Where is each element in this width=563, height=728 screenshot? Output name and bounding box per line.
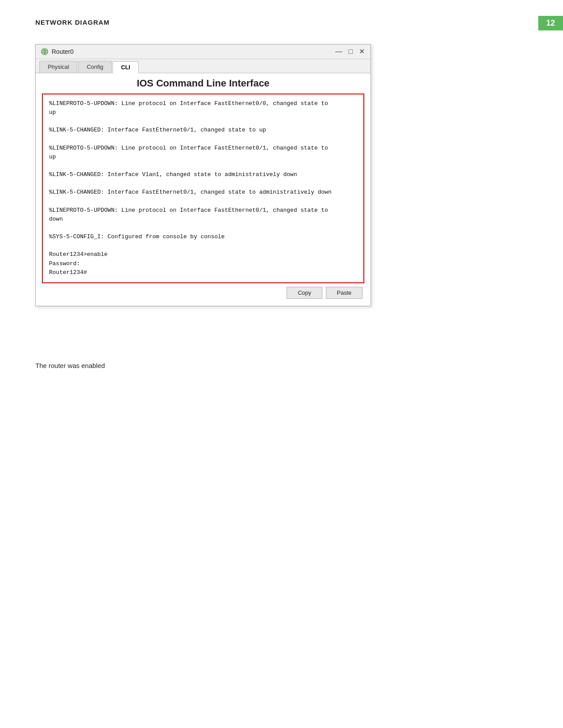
page-number: 12 [538, 16, 563, 30]
window-controls: — □ ✕ [334, 48, 366, 55]
title-bar-left: Router0 [40, 47, 74, 56]
caption-text: The router was enabled [35, 362, 105, 369]
copy-button[interactable]: Copy [287, 287, 322, 299]
terminal-content: Press RETURN to get started! %LINK-5-CHA… [49, 94, 357, 277]
tab-bar: Physical Config CLI [36, 59, 370, 73]
window-title: Router0 [52, 48, 74, 55]
router-window: Router0 — □ ✕ Physical Config CLI IOS Co… [35, 44, 371, 306]
window-body: IOS Command Line Interface Press RETURN … [36, 73, 370, 306]
title-bar: Router0 — □ ✕ [36, 45, 370, 59]
cli-heading: IOS Command Line Interface [42, 78, 364, 89]
close-button[interactable]: ✕ [358, 48, 366, 55]
paste-button[interactable]: Paste [326, 287, 363, 299]
tab-cli[interactable]: CLI [113, 61, 139, 73]
maximize-button[interactable]: □ [347, 48, 354, 55]
terminal-area[interactable]: Press RETURN to get started! %LINK-5-CHA… [42, 94, 364, 283]
tab-physical[interactable]: Physical [39, 61, 77, 73]
button-row: Copy Paste [42, 283, 364, 300]
tab-config[interactable]: Config [78, 61, 112, 73]
window-chrome: Router0 — □ ✕ Physical Config CLI IOS Co… [35, 44, 371, 306]
minimize-button[interactable]: — [334, 48, 344, 55]
router-icon [40, 47, 49, 56]
section-heading: NETWORK DIAGRAM [35, 19, 110, 26]
